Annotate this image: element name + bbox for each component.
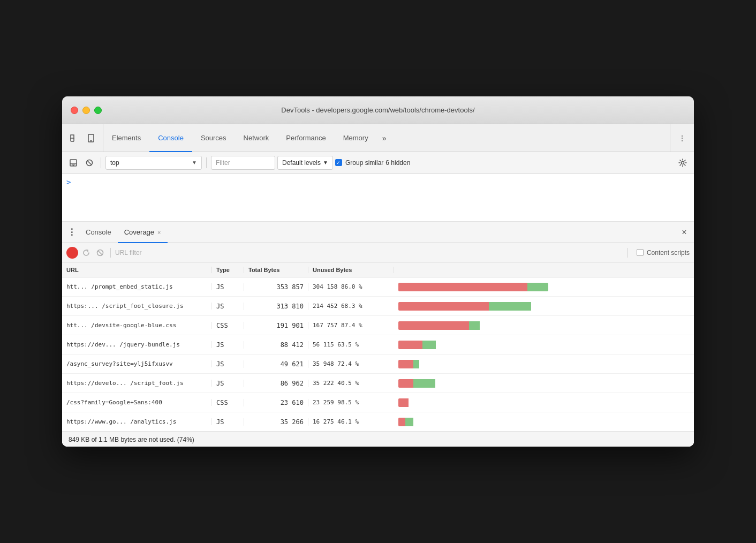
console-toolbar: top ▼ Default levels ▼ ✓ Group similar 6… (62, 152, 694, 174)
toolbar-icons (62, 124, 103, 152)
hidden-count: 6 hidden (385, 159, 410, 167)
coverage-toolbar: Content scripts (62, 243, 694, 262)
cell-bar (394, 302, 694, 311)
bottom-panel: ⋮ Console Coverage × × (62, 222, 694, 447)
cell-url: https://dev... /jquery-bundle.js (62, 341, 212, 348)
clear-console-button[interactable] (82, 156, 96, 170)
cell-bar (394, 398, 694, 407)
cell-bar (394, 360, 694, 368)
svg-line-10 (87, 161, 92, 165)
cell-unused-bytes: 167 757 87.4 % (308, 322, 394, 329)
cell-unused-bytes: 56 115 63.5 % (308, 341, 394, 348)
cell-total-bytes: 313 810 (244, 303, 308, 310)
panel-tabs-bar: ⋮ Console Coverage × × (62, 222, 694, 243)
settings-button[interactable] (676, 156, 690, 170)
table-row[interactable]: /css?family=Google+Sans:400 CSS 23 610 2… (62, 393, 694, 412)
cell-unused-bytes: 16 275 46.1 % (308, 418, 394, 425)
devtools-window: DevTools - developers.google.com/web/too… (62, 96, 694, 447)
close-coverage-tab-button[interactable]: × (157, 229, 161, 236)
cell-unused-bytes: 35 948 72.4 % (308, 360, 394, 367)
cell-type: JS (212, 341, 244, 349)
devtools-menu-button[interactable]: ⋮ (675, 131, 690, 146)
tab-sources[interactable]: Sources (192, 125, 235, 152)
inspect-element-button[interactable] (66, 131, 81, 146)
tab-memory[interactable]: Memory (335, 125, 377, 152)
svg-rect-0 (71, 135, 74, 138)
col-unused-bytes[interactable]: Unused Bytes (308, 267, 394, 273)
cell-type: JS (212, 360, 244, 368)
table-row[interactable]: https:... /script_foot_closure.js JS 313… (62, 297, 694, 316)
cell-unused-bytes: 23 259 98.5 % (308, 399, 394, 406)
more-tabs-button[interactable]: » (377, 124, 392, 152)
tab-console[interactable]: Console (149, 125, 192, 152)
main-tabs: Elements Console Sources Network Perform… (103, 124, 670, 152)
cell-bar (394, 418, 694, 426)
table-row[interactable]: https://dev... /jquery-bundle.js JS 88 4… (62, 335, 694, 355)
devtools-body: Elements Console Sources Network Perform… (62, 124, 694, 447)
tab-performance[interactable]: Performance (277, 125, 334, 152)
tab-network[interactable]: Network (235, 125, 278, 152)
table-row[interactable]: /async_survey?site=ylj5ifxusvv JS 49 621… (62, 355, 694, 374)
close-button[interactable] (71, 107, 78, 114)
coverage-sep-2 (628, 248, 628, 258)
cell-total-bytes: 353 857 (244, 283, 308, 291)
tab-elements[interactable]: Elements (103, 125, 149, 152)
titlebar: DevTools - developers.google.com/web/too… (62, 96, 694, 124)
content-scripts-checkbox[interactable] (637, 249, 644, 256)
table-row[interactable]: htt... /devsite-google-blue.css CSS 191 … (62, 316, 694, 335)
cell-type: CSS (212, 322, 244, 329)
three-dots-icon: ⋮ (67, 227, 76, 237)
group-similar-checkbox[interactable]: ✓ (335, 159, 342, 166)
table-row[interactable]: https://develo... /script_foot.js JS 86 … (62, 374, 694, 393)
cell-type: JS (212, 380, 244, 387)
close-panel-button[interactable]: × (677, 225, 692, 240)
col-total-bytes[interactable]: Total Bytes (244, 267, 308, 273)
cell-total-bytes: 35 266 (244, 418, 308, 426)
reload-coverage-button[interactable] (80, 247, 92, 259)
toolbar-end: ⋮ (670, 124, 694, 152)
table-row[interactable]: htt... /prompt_embed_static.js JS 353 85… (62, 277, 694, 297)
content-scripts-toggle[interactable]: Content scripts (632, 249, 690, 257)
table-row[interactable]: https://www.go... /analytics.js JS 35 26… (62, 412, 694, 432)
svg-point-11 (682, 161, 684, 164)
url-filter-input[interactable] (115, 249, 623, 257)
log-levels-button[interactable]: Default levels ▼ (277, 156, 333, 170)
levels-arrow-icon: ▼ (323, 160, 328, 165)
record-coverage-button[interactable] (66, 247, 78, 259)
cell-url: /css?family=Google+Sans:400 (62, 399, 212, 406)
svg-marker-8 (72, 164, 75, 165)
group-similar-toggle[interactable]: ✓ Group similar (335, 159, 383, 167)
panel-tab-console[interactable]: Console (79, 222, 118, 243)
cell-url: https://www.go... /analytics.js (62, 418, 212, 425)
col-type[interactable]: Type (212, 267, 244, 273)
panel-tab-coverage[interactable]: Coverage × (118, 222, 168, 243)
dropdown-arrow-icon: ▼ (192, 160, 197, 165)
cell-bar (394, 283, 694, 291)
filter-input[interactable] (211, 156, 275, 170)
cell-bar (394, 321, 694, 330)
status-text: 849 KB of 1.1 MB bytes are not used. (74… (69, 436, 194, 443)
cell-unused-bytes: 35 222 40.5 % (308, 380, 394, 387)
minimize-button[interactable] (82, 107, 90, 114)
panel-more-button[interactable]: ⋮ (64, 225, 79, 240)
cell-type: JS (212, 283, 244, 291)
maximize-button[interactable] (94, 107, 102, 114)
clear-coverage-button[interactable] (94, 247, 106, 259)
execution-context-selector[interactable]: top ▼ (105, 156, 202, 170)
col-url[interactable]: URL (62, 267, 212, 273)
cell-url: /async_survey?site=ylj5ifxusvv (62, 360, 212, 367)
coverage-sep (110, 248, 111, 258)
cell-total-bytes: 23 610 (244, 399, 308, 406)
cell-url: htt... /devsite-google-blue.css (62, 322, 212, 329)
table-body: htt... /prompt_embed_static.js JS 353 85… (62, 277, 694, 432)
traffic-lights (71, 107, 102, 114)
cell-type: JS (212, 303, 244, 310)
show-drawer-button[interactable] (66, 156, 80, 170)
cell-total-bytes: 49 621 (244, 360, 308, 368)
device-toggle-button[interactable] (84, 131, 99, 146)
cell-bar (394, 379, 694, 388)
window-title: DevTools - developers.google.com/web/too… (281, 106, 474, 114)
cell-total-bytes: 86 962 (244, 380, 308, 387)
console-prompt[interactable]: > (66, 178, 71, 186)
separator (101, 157, 101, 168)
